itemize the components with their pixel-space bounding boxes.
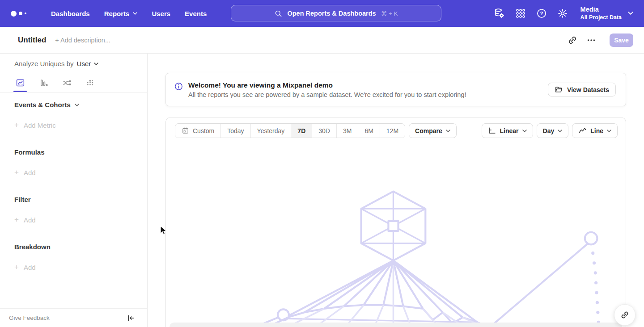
empty-state-illustration xyxy=(166,189,626,327)
tab-insights-chart[interactable] xyxy=(14,78,26,92)
chevron-down-icon xyxy=(75,104,79,106)
main-content: Welcome! You are viewing a Mixpanel demo… xyxy=(148,54,644,327)
search-shortcut: ⌘ + K xyxy=(381,10,398,17)
demo-welcome-banner: Welcome! You are viewing a Mixpanel demo… xyxy=(165,73,626,106)
search-input[interactable]: Open Reports & Dashboards ⌘ + K xyxy=(231,5,441,21)
date-range-7d[interactable]: 7D xyxy=(291,124,312,138)
empty-state: Select an Event or Cohort to get started… xyxy=(166,144,626,327)
collapse-left-icon xyxy=(127,314,136,323)
save-button[interactable]: Save xyxy=(610,34,633,47)
formulas-header: Formulas xyxy=(14,148,147,156)
query-builder-sidebar: Analyze Uniques by User Events & Cohorts… xyxy=(0,54,148,327)
gear-icon xyxy=(557,8,568,19)
add-filter-button[interactable]: +Add xyxy=(14,215,36,224)
add-metric-button[interactable]: +Add Metric xyxy=(14,121,56,130)
nav-events[interactable]: Events xyxy=(185,10,207,17)
scale-dropdown[interactable]: Linear xyxy=(482,123,533,138)
section-events-cohorts: Events & Cohorts +Add Metric xyxy=(0,101,147,130)
search-icon xyxy=(274,9,282,17)
events-cohorts-header[interactable]: Events & Cohorts xyxy=(14,101,147,109)
apps-grid-icon xyxy=(515,8,526,19)
metric-grid-tab-icon xyxy=(85,78,95,88)
date-range-today[interactable]: Today xyxy=(220,124,250,138)
breakdown-header: Breakdown xyxy=(14,243,147,251)
compare-dropdown[interactable]: Compare xyxy=(409,123,457,138)
nav-users[interactable]: Users xyxy=(152,10,170,17)
section-formulas: Formulas +Add xyxy=(0,148,147,177)
database-gear-icon xyxy=(494,8,505,19)
sidebar-footer: Give Feedback xyxy=(0,308,147,327)
mixpanel-logo[interactable] xyxy=(11,11,37,17)
apps-button[interactable] xyxy=(515,8,526,19)
data-management-button[interactable] xyxy=(494,8,505,19)
date-range-custom[interactable]: Custom xyxy=(175,124,220,138)
project-switcher[interactable]: Media All Project Data xyxy=(580,6,633,21)
analyze-uniques-row: Analyze Uniques by User xyxy=(0,54,147,74)
chart-type-dropdown[interactable]: Line xyxy=(572,123,618,138)
line-chart-tab-icon xyxy=(16,78,25,88)
visualization-tabs xyxy=(0,74,147,93)
chevron-down-icon xyxy=(628,12,633,15)
share-link-fab[interactable] xyxy=(614,304,636,326)
calendar-icon xyxy=(182,127,189,134)
collapse-sidebar-button[interactable] xyxy=(127,314,136,323)
report-chart-card: Custom Today Yesterday 7D 30D 3M 6M 12M … xyxy=(165,117,626,327)
chart-display-controls: Linear Day Line xyxy=(482,123,618,138)
project-scope: All Project Data xyxy=(580,14,622,21)
interval-dropdown[interactable]: Day xyxy=(537,123,569,138)
date-range-yesterday[interactable]: Yesterday xyxy=(250,124,291,138)
nav-right-cluster: Media All Project Data xyxy=(494,6,633,21)
analyze-label: Analyze Uniques by xyxy=(14,60,74,67)
copy-link-button[interactable] xyxy=(565,33,580,48)
date-range-segmented-control: Custom Today Yesterday 7D 30D 3M 6M 12M xyxy=(175,123,405,138)
line-chart-icon xyxy=(578,126,587,135)
add-description-field[interactable]: + Add description... xyxy=(55,37,110,44)
mixpanel-app: Dashboards Reports Users Events Open Rep… xyxy=(0,0,644,327)
view-datasets-button[interactable]: View Datasets xyxy=(548,83,616,96)
report-title[interactable]: Untitled xyxy=(18,36,46,45)
chart-controls-row: Custom Today Yesterday 7D 30D 3M 6M 12M … xyxy=(166,117,626,144)
chevron-down-icon xyxy=(133,12,137,15)
chevron-down-icon xyxy=(522,130,527,132)
folder-icon xyxy=(555,85,563,94)
date-range-3m[interactable]: 3M xyxy=(336,124,358,138)
ellipsis-icon xyxy=(586,35,596,45)
help-icon xyxy=(536,8,547,19)
filter-header: Filter xyxy=(14,196,147,203)
analyze-by-dropdown[interactable]: User xyxy=(77,60,99,67)
banner-title: Welcome! You are viewing a Mixpanel demo xyxy=(188,81,466,89)
flow-tab-icon xyxy=(62,78,72,88)
help-button[interactable] xyxy=(536,8,547,19)
give-feedback-button[interactable]: Give Feedback xyxy=(9,314,50,321)
project-name: Media xyxy=(580,6,622,13)
bar-chart-tab-icon xyxy=(39,78,48,88)
report-header: Untitled + Add description... Save xyxy=(0,27,644,54)
settings-button[interactable] xyxy=(557,8,568,19)
link-icon xyxy=(620,310,629,319)
nav-reports[interactable]: Reports xyxy=(104,10,138,17)
app-body: Analyze Uniques by User Events & Cohorts… xyxy=(0,54,644,327)
primary-nav: Dashboards Reports Users Events xyxy=(37,10,207,17)
link-icon xyxy=(568,35,577,45)
chevron-down-icon xyxy=(446,130,450,132)
next-section-peek xyxy=(169,323,622,327)
date-range-6m[interactable]: 6M xyxy=(358,124,379,138)
chevron-down-icon xyxy=(94,63,98,65)
tab-bar-chart[interactable] xyxy=(38,78,49,92)
info-icon xyxy=(174,82,183,91)
tab-metrics[interactable] xyxy=(84,78,96,92)
nav-dashboards[interactable]: Dashboards xyxy=(51,10,90,17)
add-formula-button[interactable]: +Add xyxy=(14,168,36,177)
date-range-12m[interactable]: 12M xyxy=(380,124,405,138)
search-placeholder: Open Reports & Dashboards xyxy=(287,10,376,17)
banner-subtitle: All the reports you see are powered by a… xyxy=(188,91,466,98)
top-nav: Dashboards Reports Users Events Open Rep… xyxy=(0,0,644,27)
section-breakdown: Breakdown +Add xyxy=(0,243,147,272)
more-options-button[interactable] xyxy=(584,33,599,48)
linear-axes-icon xyxy=(488,126,496,135)
report-actions: Save xyxy=(565,33,633,48)
tab-flows[interactable] xyxy=(61,78,72,92)
chevron-down-icon xyxy=(607,130,611,132)
add-breakdown-button[interactable]: +Add xyxy=(14,263,36,272)
date-range-30d[interactable]: 30D xyxy=(312,124,336,138)
